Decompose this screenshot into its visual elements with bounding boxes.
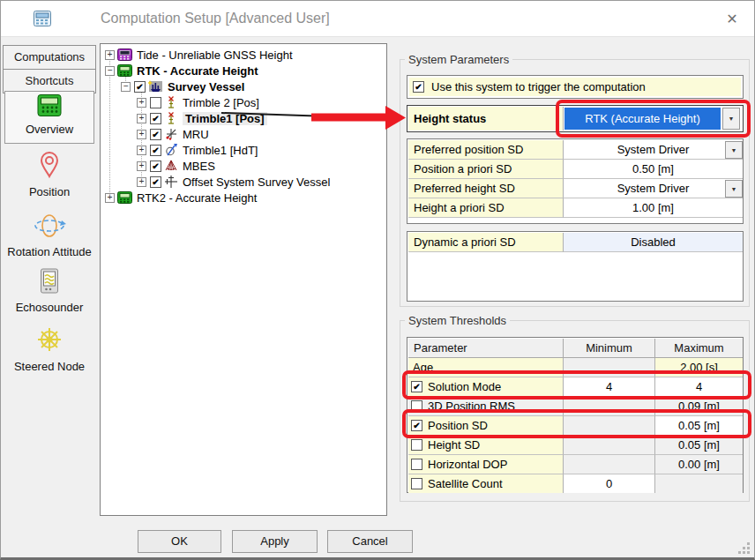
threshold-min-solution-mode[interactable]: 4 <box>564 377 655 397</box>
tree-checkbox[interactable]: ✔ <box>150 129 161 140</box>
threshold-min-satellite-count[interactable]: 0 <box>564 474 655 493</box>
trigger-row-frame: ✔ Use this system to trigger the computa… <box>407 75 744 99</box>
resize-grip[interactable] <box>737 541 750 554</box>
expand-icon[interactable]: + <box>137 130 146 139</box>
threshold-max-age[interactable]: 2.00 [s] <box>655 358 743 377</box>
collapse-icon[interactable]: − <box>121 82 131 92</box>
tree-checkbox[interactable]: ✔ <box>150 176 161 188</box>
dropdown-arrow-icon[interactable]: ▼ <box>725 180 743 198</box>
tree-checkbox[interactable] <box>150 97 161 108</box>
tree-item-rtk2[interactable]: + RTK2 - Accurate Height <box>105 190 257 205</box>
sd-row-label: Preferred position SD <box>408 140 564 160</box>
rtk-computation-icon <box>117 64 132 77</box>
tree-item-label: Trimble 2 [Pos] <box>183 96 259 109</box>
threshold-param-label: Position SD <box>428 419 488 432</box>
sidebar-item-position[interactable]: Position <box>3 151 96 198</box>
threshold-param-age: Age <box>408 358 564 377</box>
dropdown-arrow-icon[interactable]: ▼ <box>725 141 743 159</box>
sidebar-item-rotation-attitude[interactable]: Rotation Attitude <box>3 213 96 258</box>
tree-item-tide[interactable]: + Tide - Unreliable GNSS Height <box>105 47 293 63</box>
shortcut-label: Position <box>3 185 96 198</box>
threshold-max-solution-mode[interactable]: 4 <box>655 377 743 397</box>
tree-checkbox[interactable]: ✔ <box>134 81 146 93</box>
overview-calculator-icon <box>37 104 62 119</box>
3d-position-rms-checkbox[interactable] <box>411 400 422 412</box>
system-parameters-title: System Parameters <box>405 53 512 66</box>
threshold-min-age <box>564 358 655 377</box>
threshold-param-position-sd: ✔ Position SD <box>408 416 564 436</box>
ok-button[interactable]: OK <box>138 530 221 553</box>
shortcut-label: Steered Node <box>3 360 96 373</box>
tree-item-offset-system[interactable]: + ✔ Offset System Survey Vessel <box>137 174 330 190</box>
preferred-height-sd-value[interactable]: System Driver <box>564 179 743 198</box>
threshold-param-label: Solution Mode <box>428 380 501 393</box>
tree-item-survey-vessel[interactable]: − ✔ Survey Vessel <box>121 78 244 94</box>
tree-checkbox[interactable]: ✔ <box>150 145 161 156</box>
tree-item-trimble1-pos[interactable]: + ✔ Trimble1 [Pos] <box>137 110 267 126</box>
tree-item-label: MRU <box>183 128 209 141</box>
expand-icon[interactable]: + <box>137 161 146 171</box>
expand-icon[interactable]: + <box>137 114 146 123</box>
satellite-count-checkbox[interactable] <box>411 478 422 489</box>
steered-node-wheel-icon <box>34 341 64 356</box>
tree-item-label: Offset System Survey Vessel <box>183 175 330 189</box>
expand-icon[interactable]: + <box>137 98 146 108</box>
offset-crosshair-icon <box>164 175 178 189</box>
threshold-param-label: Satellite Count <box>428 477 503 490</box>
threshold-min-3d-position-rms <box>564 397 655 416</box>
threshold-max-position-sd[interactable]: 0.05 [m] <box>655 416 743 436</box>
tree-item-label: MBES <box>183 160 215 173</box>
sidebar-item-steered-node[interactable]: Steered Node <box>3 325 96 373</box>
position-pin-icon <box>38 167 61 182</box>
threshold-param-height-sd: Height SD <box>408 436 564 455</box>
tree-checkbox[interactable]: ✔ <box>150 113 161 124</box>
expand-icon[interactable]: + <box>105 50 115 60</box>
tree-checkbox[interactable]: ✔ <box>150 161 161 172</box>
dynamic-sd-table: Dynamic a priori SD Disabled <box>407 231 744 302</box>
threshold-param-solution-mode: ✔ Solution Mode <box>408 377 564 397</box>
expand-icon[interactable]: + <box>137 177 146 187</box>
position-sd-checkbox[interactable]: ✔ <box>411 420 422 431</box>
height-a-priori-sd-value[interactable]: 1.00 [m] <box>564 198 743 218</box>
threshold-min-horizontal-dop <box>564 455 655 474</box>
shortcut-label: Echosounder <box>3 301 96 314</box>
sidebar-item-overview[interactable]: Overview <box>3 94 96 136</box>
shortcut-label: Rotation Attitude <box>3 245 96 258</box>
gnss-antenna-icon <box>164 111 178 125</box>
tree-item-label-selected: Trimble1 [Pos] <box>183 112 267 125</box>
solution-mode-checkbox[interactable]: ✔ <box>411 381 422 392</box>
tree-item-label: Tide - Unreliable GNSS Height <box>137 49 293 62</box>
threshold-param-satellite-count: Satellite Count <box>408 474 564 493</box>
horizontal-dop-checkbox[interactable] <box>411 459 422 470</box>
height-sd-checkbox[interactable] <box>411 439 422 451</box>
height-status-dropdown-arrow-icon[interactable]: ▼ <box>722 108 740 130</box>
tree-item-mru[interactable]: + ✔ MRU <box>137 126 209 142</box>
app-calculator-icon <box>34 11 51 30</box>
tab-shortcuts[interactable]: Shortcuts <box>3 69 96 93</box>
tree-item-rtk[interactable]: − RTK - Accurate Height <box>105 63 258 78</box>
close-icon[interactable]: ✕ <box>722 10 742 29</box>
trigger-checkbox[interactable]: ✔ <box>413 81 424 93</box>
sd-row-label: Preferred height SD <box>408 179 564 198</box>
cancel-button[interactable]: Cancel <box>327 530 413 553</box>
sd-row-label: Position a priori SD <box>408 160 564 179</box>
expand-icon[interactable]: + <box>105 193 115 203</box>
column-header-maximum: Maximum <box>655 339 743 358</box>
height-status-dropdown[interactable]: RTK (Accurate Height) <box>564 108 721 130</box>
tree-item-label: RTK2 - Accurate Height <box>137 191 257 205</box>
threshold-max-horizontal-dop: 0.00 [m] <box>655 455 743 474</box>
tree-item-mbes[interactable]: + ✔ MBES <box>137 158 215 174</box>
sidebar-item-echosounder[interactable]: Echosounder <box>3 268 96 314</box>
preferred-position-sd-value[interactable]: System Driver <box>564 140 743 160</box>
tab-computations[interactable]: Computations <box>3 45 96 70</box>
tree-item-label: Survey Vessel <box>168 80 244 93</box>
threshold-param-horizontal-dop: Horizontal DOP <box>408 455 564 474</box>
collapse-icon[interactable]: − <box>105 66 115 76</box>
position-a-priori-sd-value[interactable]: 0.50 [m] <box>564 160 743 179</box>
threshold-max-3d-position-rms: 0.09 [m] <box>655 397 743 416</box>
heading-compass-icon <box>164 143 178 157</box>
apply-button[interactable]: Apply <box>232 530 318 553</box>
expand-icon[interactable]: + <box>137 146 146 155</box>
tree-item-trimble2-pos[interactable]: + Trimble 2 [Pos] <box>137 94 259 110</box>
tree-item-trimble1-hdt[interactable]: + ✔ Trimble1 [HdT] <box>137 142 258 158</box>
